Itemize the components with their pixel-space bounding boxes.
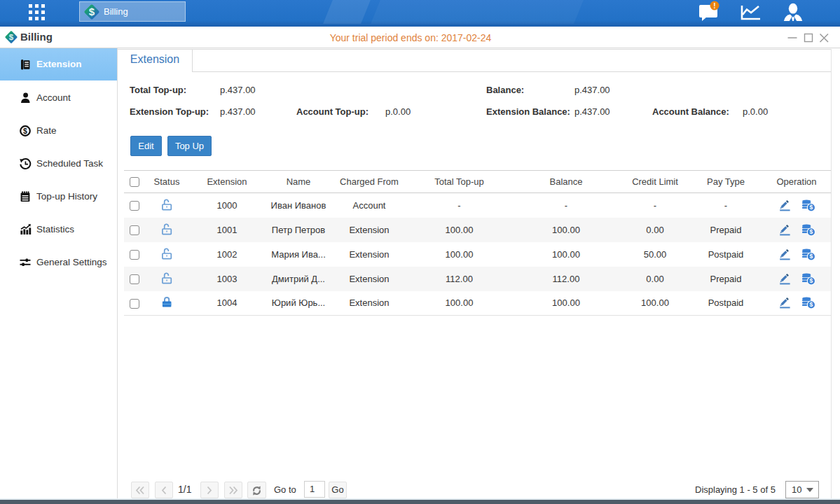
svg-text:$: $	[23, 126, 27, 134]
svg-text:!: !	[713, 2, 715, 10]
svg-text:$: $	[89, 6, 95, 18]
